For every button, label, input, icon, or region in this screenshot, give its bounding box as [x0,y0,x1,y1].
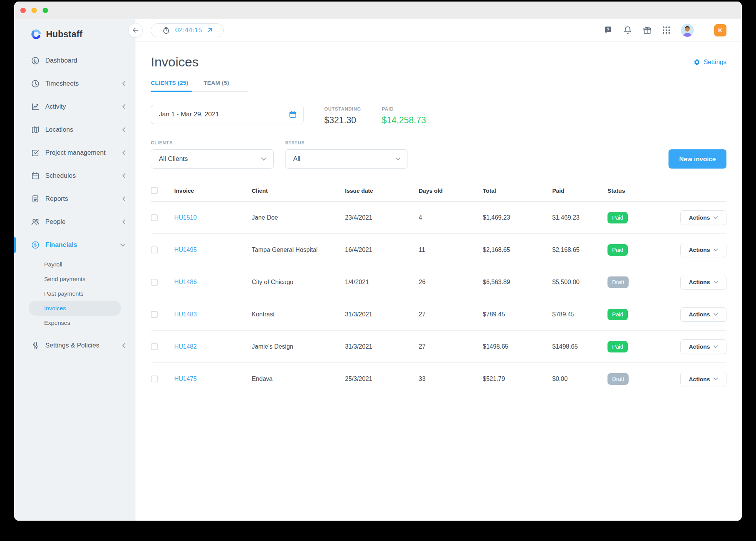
sidebar-item-label: Project management [45,149,106,157]
date-range-picker[interactable]: Jan 1 - Mar 29, 2021 [151,105,304,124]
invoice-settings-link[interactable]: Settings [693,58,726,66]
paid-value: $14,258.73 [382,115,426,126]
sidebar-nav: DashboardTimesheetsActivityLocationsProj… [14,49,135,357]
actions-button-label: Actions [689,343,710,350]
paid-cell: $1498.65 [552,343,607,350]
chevron-left-icon [122,150,125,156]
row-checkbox[interactable] [151,247,158,253]
minimize-window-button[interactable] [31,8,37,13]
chevron-left-icon [122,127,125,132]
chevron-left-icon [122,196,125,202]
sidebar-item-schedules[interactable]: Schedules [14,164,135,187]
user-avatar[interactable] [681,24,694,37]
row-checkbox[interactable] [151,214,158,221]
actions-button[interactable]: Actions [680,372,726,386]
apps-grid-icon[interactable] [662,26,671,35]
actions-button[interactable]: Actions [680,307,726,322]
close-window-button[interactable] [20,8,26,13]
zoom-window-button[interactable] [43,8,48,13]
sidebar-item-settings-policies[interactable]: Settings & Policies [14,334,135,357]
sidebar-subitem-expenses[interactable]: Expenses [29,316,121,330]
hubstaff-logo[interactable]: Hubstaff [14,19,135,40]
chevron-down-icon [261,157,266,161]
paid-label: PAID [382,106,426,112]
sidebar-item-label: Schedules [45,172,76,180]
client-cell: Kontrast [252,311,345,318]
actions-button[interactable]: Actions [680,275,726,290]
column-header-total: Total [483,187,552,194]
sidebar-item-project-management[interactable]: Project management [14,141,135,164]
sidebar-subitem-send-payments[interactable]: Send payments [29,272,121,286]
issue-date-cell: 31/3/2021 [345,311,419,318]
macos-titlebar [14,2,742,19]
sidebar-subitem-invoices[interactable]: Invoices [29,301,121,316]
select-all-checkbox[interactable] [151,187,158,194]
schedules-icon [31,171,40,180]
row-checkbox[interactable] [151,311,158,318]
invoice-link[interactable]: HU1510 [174,214,252,221]
chevron-left-icon [122,104,125,109]
issue-date-cell: 23/4/2021 [345,214,419,221]
invoice-link[interactable]: HU1483 [174,311,252,318]
invoice-link[interactable]: HU1486 [174,279,252,286]
timer-widget[interactable]: 02:44:15 [151,23,224,37]
sidebar-item-financials[interactable]: $Financials [14,233,135,256]
tab-clients[interactable]: CLIENTS (25) [151,79,188,91]
total-cell: $1498.65 [483,343,552,350]
sidebar-item-locations[interactable]: Locations [14,118,135,141]
client-cell: Tampa General Hospital [252,247,345,253]
sidebar-subitem-past-payments[interactable]: Past payments [29,286,121,301]
tab-team[interactable]: TEAM (5) [203,79,229,91]
actions-button[interactable]: Actions [680,210,726,225]
stopwatch-icon [162,26,170,35]
dashboard-icon [31,56,40,65]
sidebar-item-label: Locations [45,126,73,134]
sidebar-item-label: People [45,218,66,226]
column-header-issue-date: Issue date [345,187,419,194]
invoice-table-body: HU1510Jane Doe23/4/20214$1,469.23$1,469.… [151,202,726,395]
issue-date-cell: 31/3/2021 [345,343,419,350]
status-select[interactable]: All [285,149,408,169]
sidebar-item-activity[interactable]: Activity [14,95,135,118]
hubstaff-logo-icon [30,28,42,40]
chevron-down-icon [713,281,718,284]
invoice-link[interactable]: HU1495 [174,247,252,253]
paid-metric: PAID $14,258.73 [382,105,426,126]
column-header-status: Status [607,187,678,194]
sidebar-subitem-payroll[interactable]: Payroll [29,257,121,272]
new-invoice-button[interactable]: New invoice [669,149,726,169]
invoice-link[interactable]: HU1475 [174,376,252,382]
sidebar-item-dashboard[interactable]: Dashboard [14,49,135,72]
sidebar-item-people[interactable]: People [14,210,135,233]
organization-badge[interactable]: K [714,24,726,36]
table-row-hu1482: HU1482Jamie’s Design31/3/202127$1498.65$… [151,331,726,363]
actions-button-label: Actions [689,247,710,253]
row-checkbox[interactable] [151,376,158,382]
back-button[interactable] [128,23,143,38]
paid-cell: $789.45 [552,311,607,318]
row-checkbox[interactable] [151,279,158,286]
sidebar-item-label: Reports [45,195,68,203]
status-badge: Paid [607,309,628,320]
notifications-bell-icon[interactable] [623,25,632,35]
actions-button-label: Actions [689,279,710,285]
sidebar-item-timesheets[interactable]: Timesheets [14,72,135,95]
sidebar-item-label: Dashboard [45,57,77,65]
gift-icon[interactable] [642,25,652,35]
help-icon[interactable]: ? [603,25,613,35]
sidebar-item-reports[interactable]: Reports [14,187,135,210]
invoice-link[interactable]: HU1482 [174,343,252,350]
actions-button[interactable]: Actions [680,339,726,354]
clients-select[interactable]: All Clients [151,149,274,169]
actions-button[interactable]: Actions [680,243,726,257]
clients-filter: CLIENTS All Clients [151,140,274,169]
table-row-hu1483: HU1483Kontrast31/3/202127$789.45$789.45P… [151,298,726,331]
status-badge: Draft [607,276,629,288]
active-indicator [14,237,16,253]
row-checkbox[interactable] [151,343,158,350]
sidebar: Hubstaff DashboardTimesheetsActivityLoca… [14,19,135,521]
status-filter-label: STATUS [285,140,408,146]
hubstaff-logo-text: Hubstaff [46,29,83,40]
project-management-icon [31,148,40,157]
sidebar-item-label: Activity [45,103,66,111]
